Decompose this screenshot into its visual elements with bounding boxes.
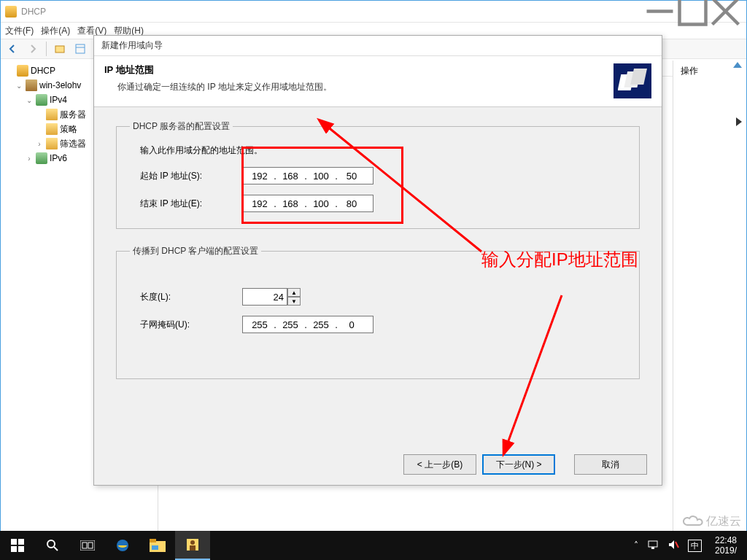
svg-rect-31 xyxy=(190,545,196,551)
svg-rect-4 xyxy=(55,46,64,52)
dhcp-server-settings-group: DHCP 服务器的配置设置 输入此作用域分配的地址范围。 起始 IP 地址(S)… xyxy=(116,120,640,229)
menu-action[interactable]: 操作(A) xyxy=(41,25,70,37)
start-button[interactable] xyxy=(0,531,35,560)
wizard-heading: IP 地址范围 xyxy=(104,63,614,77)
cancel-button[interactable]: 取消 xyxy=(574,454,647,475)
svg-rect-24 xyxy=(88,542,93,548)
svg-line-34 xyxy=(676,542,678,548)
svg-rect-1 xyxy=(680,0,706,25)
ipv6-icon xyxy=(36,152,47,164)
length-label: 长度(L): xyxy=(140,291,242,303)
toolbar-btn-1[interactable] xyxy=(51,41,69,57)
svg-rect-5 xyxy=(76,44,85,53)
task-view-icon[interactable] xyxy=(70,531,105,560)
actions-header: 操作 xyxy=(681,65,738,77)
taskbar: ˄ 中 22:48 2019/ xyxy=(0,531,747,560)
group2-legend: 传播到 DHCP 客户端的配置设置 xyxy=(130,245,261,257)
clock[interactable]: 22:48 2019/ xyxy=(711,535,741,556)
svg-rect-13 xyxy=(630,69,647,85)
expand-icon[interactable] xyxy=(736,117,742,126)
ie-icon[interactable] xyxy=(105,531,140,560)
back-button[interactable] xyxy=(4,41,21,57)
folder-icon xyxy=(46,109,58,120)
group1-legend: DHCP 服务器的配置设置 xyxy=(130,120,233,133)
ime-icon[interactable]: 中 xyxy=(688,540,702,552)
length-input[interactable] xyxy=(242,288,287,306)
svg-rect-16 xyxy=(11,539,17,545)
annotation-text: 输入分配IP地址范围 xyxy=(481,248,638,271)
svg-point-20 xyxy=(47,540,55,548)
volume-icon[interactable] xyxy=(667,540,679,552)
back-button[interactable]: < 上一步(B) xyxy=(403,454,476,475)
intro-text: 输入此作用域分配的地址范围。 xyxy=(140,144,626,157)
titlebar: DHCP xyxy=(1,1,746,23)
watermark: 亿速云 xyxy=(681,514,741,529)
svg-point-30 xyxy=(190,540,195,545)
svg-rect-23 xyxy=(82,542,87,548)
watermark-text: 亿速云 xyxy=(706,514,741,529)
folder-icon xyxy=(46,138,58,149)
start-ip-input[interactable]: 192. 168. 100. 50 xyxy=(242,167,374,184)
svg-rect-28 xyxy=(152,545,158,550)
search-icon[interactable] xyxy=(35,531,70,560)
svg-line-21 xyxy=(54,547,58,551)
server-icon xyxy=(26,79,37,91)
wizard-banner-icon xyxy=(614,63,651,98)
spin-down-icon[interactable]: ▼ xyxy=(287,297,301,306)
dhcp-task-icon[interactable] xyxy=(175,531,210,560)
scroll-up-icon[interactable] xyxy=(733,62,742,68)
mask-input[interactable]: 255. 255. 255. 0 xyxy=(242,316,374,333)
separator xyxy=(46,42,47,56)
toolbar-btn-2[interactable] xyxy=(71,41,89,57)
start-ip-label: 起始 IP 地址(S): xyxy=(140,170,242,182)
svg-rect-27 xyxy=(150,539,156,542)
wizard-subheading: 你通过确定一组连续的 IP 地址来定义作用域地址范围。 xyxy=(104,81,614,93)
maximize-button[interactable] xyxy=(676,1,709,22)
dhcp-icon xyxy=(5,6,17,18)
system-tray: ˄ 中 22:48 2019/ xyxy=(628,535,747,556)
minimize-button[interactable] xyxy=(643,1,676,22)
end-ip-label: 结束 IP 地址(E): xyxy=(140,198,242,210)
svg-rect-19 xyxy=(18,546,24,552)
tray-chevron-up-icon[interactable]: ˄ xyxy=(634,540,638,551)
actions-pane: 操作 xyxy=(673,61,746,539)
menu-file[interactable]: 文件(F) xyxy=(5,25,34,37)
next-button[interactable]: 下一步(N) > xyxy=(482,454,555,475)
end-ip-input[interactable]: 192. 168. 100. 80 xyxy=(242,195,374,212)
network-icon[interactable] xyxy=(647,540,659,552)
wizard-header: IP 地址范围 你通过确定一组连续的 IP 地址来定义作用域地址范围。 xyxy=(94,56,662,107)
svg-rect-33 xyxy=(651,547,654,549)
clock-date: 2019/ xyxy=(715,545,737,556)
forward-button[interactable] xyxy=(24,41,42,57)
dhcp-icon xyxy=(17,65,28,77)
svg-rect-18 xyxy=(11,546,17,552)
explorer-icon[interactable] xyxy=(140,531,175,560)
close-button[interactable] xyxy=(709,1,742,22)
mask-label: 子网掩码(U): xyxy=(140,319,242,331)
svg-rect-17 xyxy=(18,539,24,545)
window-title: DHCP xyxy=(21,7,643,17)
wizard-title: 新建作用域向导 xyxy=(94,36,662,56)
ipv4-icon xyxy=(36,94,47,106)
length-spinner[interactable]: ▲▼ xyxy=(287,288,301,306)
svg-rect-32 xyxy=(649,541,657,547)
clock-time: 22:48 xyxy=(715,535,737,545)
folder-icon xyxy=(46,123,58,135)
spin-up-icon[interactable]: ▲ xyxy=(287,288,301,297)
